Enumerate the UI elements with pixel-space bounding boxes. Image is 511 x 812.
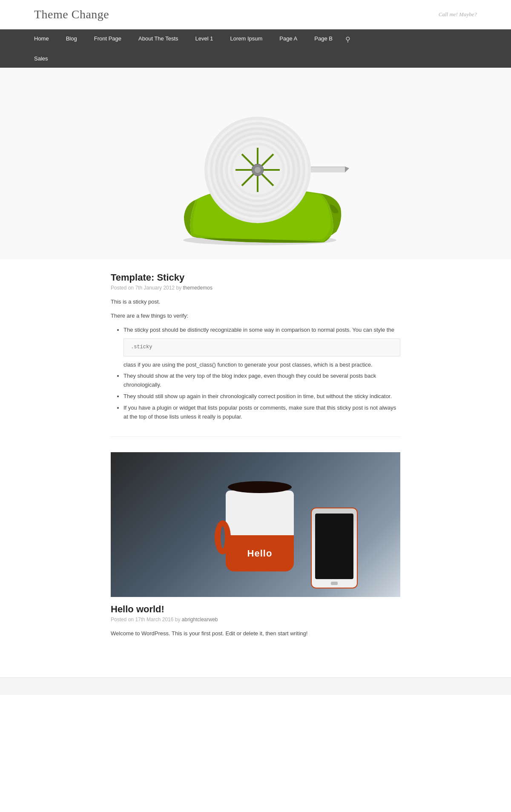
nav-item-level1[interactable]: Level 1 (187, 29, 222, 49)
nav-item-blog[interactable]: Blog (57, 29, 86, 49)
nav-item-page-a[interactable]: Page A (271, 29, 306, 49)
post1-things: There are a few things to verify: (111, 312, 400, 321)
post1-date: 7th January 2012 (135, 285, 175, 291)
post-separator (111, 436, 400, 437)
post1-bullet2: They should show at the very top of the … (123, 372, 400, 390)
mug-text: Hello (247, 548, 273, 559)
phone-body (311, 508, 358, 588)
post1-meta: Posted on 7th January 2012 by themedemos (111, 285, 400, 291)
site-nav: Home Blog Front Page About The Tests Lev… (0, 29, 511, 68)
post2-author-prefix: by (175, 617, 181, 623)
post1-title: Template: Sticky (111, 272, 400, 283)
nav-item-about[interactable]: About The Tests (130, 29, 187, 49)
nav-item-lorem[interactable]: Lorem Ipsum (221, 29, 271, 49)
mug: Hello (213, 478, 298, 571)
post1-bullet3: They should still show up again in their… (123, 392, 400, 401)
post1-body: This is a sticky post. There are a few t… (111, 298, 400, 421)
post-hello-world: Hello Hello world! Posted on 17th March … (111, 452, 400, 638)
nav-item-sales[interactable]: Sales (26, 49, 57, 68)
mug-top (226, 491, 294, 535)
post-sticky: Template: Sticky Posted on 7th January 2… (111, 272, 400, 421)
svg-marker-22 (345, 166, 349, 172)
post1-bullet1: The sticky post should be distinctly rec… (123, 326, 400, 370)
post2-body: Welcome to WordPress. This is your first… (111, 629, 400, 638)
post1-bullet4: If you have a plugin or widget that list… (123, 404, 400, 422)
post1-author-prefix: by (176, 285, 181, 291)
site-title: Theme Change (34, 8, 109, 21)
hero-area (0, 68, 511, 259)
coffee-scene: Hello (111, 452, 400, 597)
svg-point-19 (255, 167, 261, 173)
search-icon[interactable]: ⚲ (341, 29, 355, 49)
post2-date: 17th March 2016 (135, 617, 173, 623)
mug-body: Hello (226, 491, 294, 571)
mug-bottom: Hello (226, 535, 294, 572)
svg-rect-21 (311, 166, 345, 167)
post2-image: Hello (111, 452, 400, 597)
post1-intro: This is a sticky post. (111, 298, 400, 307)
nav-item-home[interactable]: Home (26, 29, 57, 49)
site-footer (0, 677, 511, 695)
post2-title: Hello world! (111, 604, 400, 615)
main-content: Template: Sticky Posted on 7th January 2… (77, 259, 434, 660)
post2-content: Welcome to WordPress. This is your first… (111, 629, 400, 638)
nav-row2: Sales (26, 49, 485, 68)
post1-author-link[interactable]: themedemos (183, 285, 212, 291)
post2-meta-prefix: Posted on (111, 617, 134, 623)
post2-author-link[interactable]: abrightclearweb (182, 617, 218, 623)
svg-rect-20 (311, 166, 345, 172)
site-header: Theme Change Call me! Maybe? (0, 0, 511, 29)
post1-meta-prefix: Posted on (111, 285, 134, 291)
phone-screen (315, 514, 353, 579)
nav-items-row1: Home Blog Front Page About The Tests Lev… (26, 29, 485, 49)
post1-list: The sticky post should be distinctly rec… (123, 326, 400, 422)
header-tagline: Call me! Maybe? (439, 11, 477, 18)
nav-item-page-b[interactable]: Page B (306, 29, 341, 49)
post2-meta: Posted on 17th March 2016 by abrightclea… (111, 617, 400, 623)
nav-item-front-page[interactable]: Front Page (86, 29, 130, 49)
mug-handle (215, 520, 231, 554)
tape-dispenser-image (153, 85, 358, 247)
phone (311, 508, 358, 588)
phone-home-button (331, 582, 338, 585)
code-block: .sticky (123, 339, 400, 356)
